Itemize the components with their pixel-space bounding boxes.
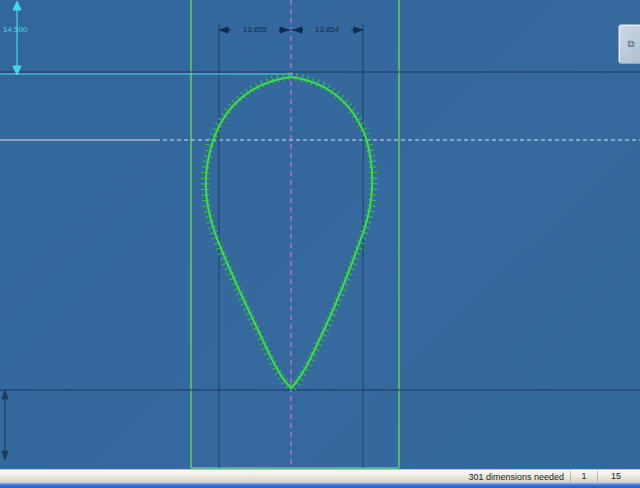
status-bar: 301 dimensions needed 1 15	[0, 469, 640, 483]
status-counter-secondary: 15	[597, 471, 634, 482]
width-dimension-right-value[interactable]: 13.854	[303, 25, 351, 34]
sketch-canvas[interactable]	[0, 0, 640, 470]
height-dimension[interactable]	[0, 1, 293, 75]
width-dimension-left-value[interactable]: 13.655	[231, 25, 279, 34]
height-dim-arrow-top	[13, 1, 21, 10]
width-dim-arrow-left	[220, 27, 228, 33]
width-dim-arrow-midright	[294, 27, 302, 33]
spline-curve[interactable]	[206, 77, 373, 388]
status-counter-primary: 1	[570, 471, 597, 482]
partial-dimension-bottom-left[interactable]	[2, 390, 8, 460]
status-message: 301 dimensions needed	[468, 472, 564, 482]
taskbar-strip[interactable]	[0, 482, 640, 488]
toolbar-dock-icon: ⧉	[627, 38, 634, 50]
width-dim-arrow-midleft	[280, 27, 288, 33]
height-dimension-value[interactable]: 14.500	[3, 25, 27, 34]
width-dim-arrow-right	[354, 27, 362, 33]
partial-dim-arrow-top	[2, 390, 8, 399]
sketch-viewport[interactable]: 14.500 13.655 13.854 ⧉	[0, 0, 640, 470]
collapsed-toolbar-button[interactable]: ⧉	[618, 24, 640, 64]
spline-tick-marks	[201, 72, 378, 390]
partial-dim-arrow-bottom	[2, 451, 8, 460]
